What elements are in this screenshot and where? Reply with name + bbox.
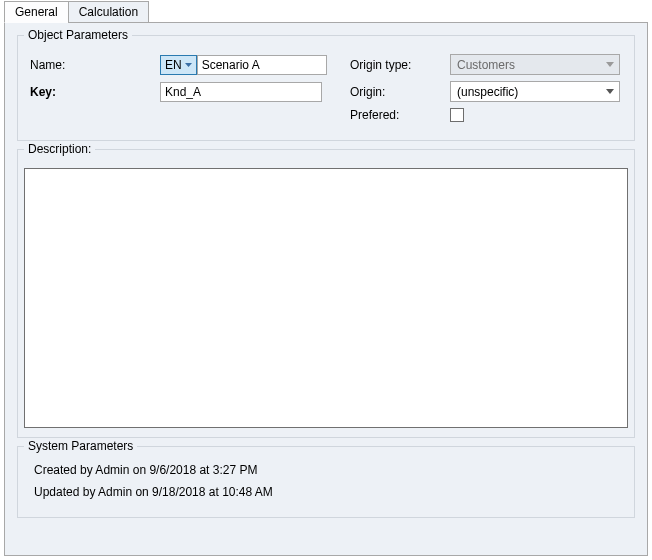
system-parameters-group: System Parameters Created by Admin on 9/… <box>17 446 635 518</box>
key-label: Key: <box>30 85 160 99</box>
tab-panel-general: Object Parameters Name: EN Origin type: … <box>4 22 648 556</box>
name-label: Name: <box>30 58 160 72</box>
prefered-checkbox[interactable] <box>450 108 464 122</box>
chevron-down-icon <box>184 56 194 74</box>
origin-label: Origin: <box>350 85 450 99</box>
description-textarea[interactable] <box>24 168 628 428</box>
language-value: EN <box>165 58 182 72</box>
tab-strip: General Calculation <box>0 0 652 22</box>
tab-general[interactable]: General <box>4 1 69 23</box>
name-input[interactable] <box>197 55 327 75</box>
object-parameters-legend: Object Parameters <box>24 28 132 42</box>
origin-type-value: Customers <box>457 58 515 72</box>
description-label: Description: <box>24 142 95 156</box>
origin-select[interactable]: (unspecific) <box>450 81 620 102</box>
language-dropdown[interactable]: EN <box>160 55 197 75</box>
tab-calculation[interactable]: Calculation <box>68 1 149 23</box>
key-input[interactable] <box>160 82 322 102</box>
description-group: Description: <box>17 149 635 438</box>
created-line: Created by Admin on 9/6/2018 at 3:27 PM <box>34 463 624 477</box>
chevron-down-icon <box>601 56 617 73</box>
prefered-label: Prefered: <box>350 108 450 122</box>
object-parameters-group: Object Parameters Name: EN Origin type: … <box>17 35 635 141</box>
origin-type-select: Customers <box>450 54 620 75</box>
chevron-down-icon <box>601 83 617 100</box>
system-parameters-legend: System Parameters <box>24 439 137 453</box>
origin-value: (unspecific) <box>457 85 518 99</box>
updated-line: Updated by Admin on 9/18/2018 at 10:48 A… <box>34 485 624 499</box>
origin-type-label: Origin type: <box>350 58 450 72</box>
